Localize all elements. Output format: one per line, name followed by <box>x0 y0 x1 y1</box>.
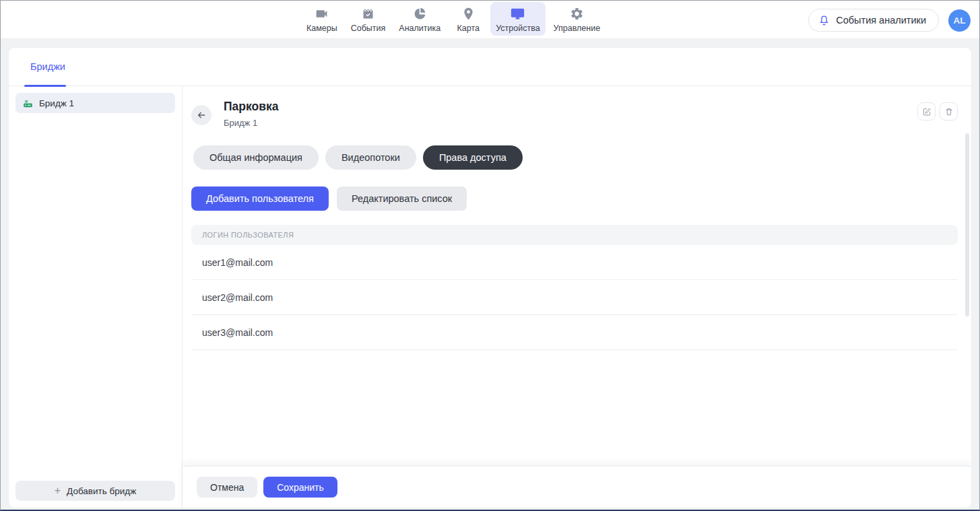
nav-item-devices[interactable]: Устройства <box>490 2 545 36</box>
user-login-table: ЛОГИН ПОЛЬЗОВАТЕЛЯ user1@mail.com user2@… <box>191 225 958 350</box>
nav-label: Аналитика <box>399 24 440 33</box>
nav-label: Устройства <box>496 24 540 33</box>
app-window: Камеры События Аналитика Карта <box>0 0 980 511</box>
back-button[interactable] <box>191 105 211 125</box>
save-button[interactable]: Сохранить <box>263 477 337 498</box>
tab-access-rights[interactable]: Права доступа <box>423 145 523 170</box>
active-tab-underline <box>24 85 66 87</box>
table-row[interactable]: user2@mail.com <box>191 280 958 315</box>
page-title: Парковка <box>224 100 278 114</box>
sidebar-item-bridge-1[interactable]: Бридж 1 <box>15 93 175 113</box>
table-row[interactable]: user3@mail.com <box>191 315 958 350</box>
access-actions: Добавить пользователя Редактировать спис… <box>191 186 958 211</box>
edit-icon <box>922 107 932 116</box>
detail-tabs: Общая информация Видеопотоки Права досту… <box>193 145 958 170</box>
trash-icon <box>944 107 954 116</box>
top-navigation-bar: Камеры События Аналитика Карта <box>1 1 979 39</box>
map-pin-icon <box>460 5 476 22</box>
delete-button[interactable] <box>940 102 958 121</box>
nav-item-cameras[interactable]: Камеры <box>301 2 343 36</box>
add-bridge-label: Добавить бридж <box>67 486 136 496</box>
form-footer: Отмена Сохранить <box>183 466 971 508</box>
nav-label: События <box>351 24 386 33</box>
video-camera-icon <box>314 5 330 22</box>
tab-video-streams[interactable]: Видеопотоки <box>325 145 416 170</box>
topbar-right: События аналитики AL <box>808 9 971 32</box>
main-nav: Камеры События Аналитика Карта <box>300 1 607 39</box>
scrollbar-thumb[interactable] <box>965 133 969 316</box>
bridge-item-label: Бридж 1 <box>39 98 74 108</box>
nav-item-management[interactable]: Управление <box>548 2 606 36</box>
monitor-icon <box>510 5 526 22</box>
cancel-button[interactable]: Отмена <box>197 477 257 498</box>
calendar-check-icon <box>360 5 377 22</box>
analytics-events-label: События аналитики <box>836 15 926 26</box>
header-actions <box>917 102 958 121</box>
tab-bridges[interactable]: Бриджи <box>30 61 65 72</box>
tab-general-info[interactable]: Общая информация <box>193 145 319 170</box>
bridge-detail-content: Парковка Бридж 1 О <box>183 86 971 466</box>
pie-chart-icon <box>412 5 428 22</box>
gear-icon <box>568 5 585 22</box>
edit-button[interactable] <box>917 102 936 121</box>
add-user-button[interactable]: Добавить пользователя <box>191 186 329 211</box>
edit-list-button[interactable]: Редактировать список <box>337 186 467 211</box>
nav-label: Камеры <box>306 24 337 33</box>
bridges-sidebar: Бридж 1 + Добавить бридж <box>9 86 183 508</box>
bridge-list: Бридж 1 <box>9 86 182 474</box>
title-block: Парковка Бридж 1 <box>224 100 278 128</box>
bridge-detail-panel: Парковка Бридж 1 О <box>183 86 971 508</box>
plus-icon: + <box>55 485 61 496</box>
avatar[interactable]: AL <box>948 9 971 32</box>
content-card: Бриджи Бридж 1 <box>9 48 971 508</box>
table-header-login: ЛОГИН ПОЛЬЗОВАТЕЛЯ <box>191 225 958 245</box>
page-subtitle: Бридж 1 <box>224 118 278 128</box>
card-tab-bar: Бриджи <box>9 48 971 86</box>
add-bridge-button[interactable]: + Добавить бридж <box>15 481 175 501</box>
bell-icon <box>818 15 830 26</box>
arrow-left-icon <box>196 110 207 121</box>
nav-label: Управление <box>554 24 601 33</box>
analytics-events-button[interactable]: События аналитики <box>808 9 939 32</box>
nav-item-events[interactable]: События <box>346 2 391 36</box>
bridge-device-icon <box>22 98 34 109</box>
detail-header: Парковка Бридж 1 <box>191 100 958 128</box>
nav-label: Карта <box>457 24 479 33</box>
nav-item-map[interactable]: Карта <box>449 2 488 36</box>
table-row[interactable]: user1@mail.com <box>191 245 958 280</box>
nav-item-analytics[interactable]: Аналитика <box>393 2 446 36</box>
